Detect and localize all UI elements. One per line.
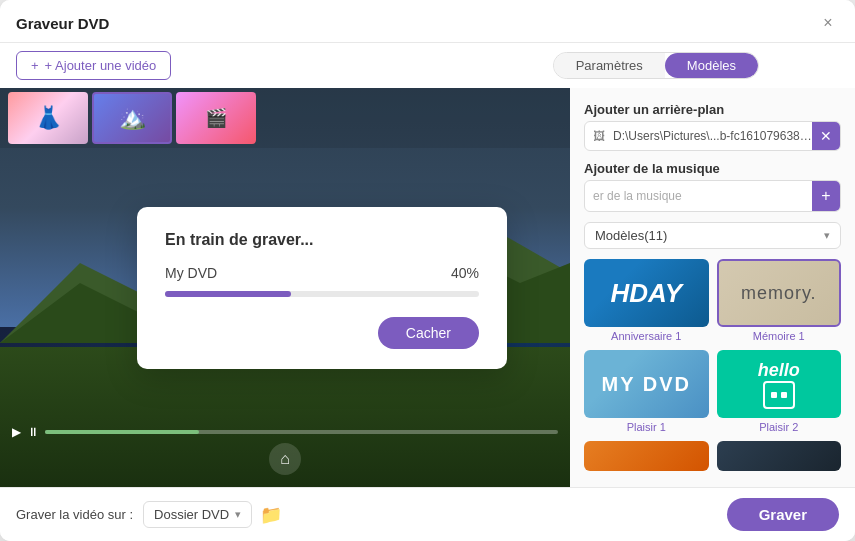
- model-thumb-partial1: [584, 441, 709, 471]
- models-dropdown-label: Modèles(11): [595, 228, 667, 243]
- burning-item-name: My DVD: [165, 265, 217, 281]
- hide-button[interactable]: Cacher: [378, 317, 479, 349]
- bg-input-row: 🖼 D:\Users\Pictures\...b-fc1610796382.jp…: [584, 121, 841, 151]
- pause-icon[interactable]: ⏸: [27, 425, 39, 439]
- music-placeholder: er de la musique: [585, 183, 812, 209]
- tab-modeles[interactable]: Modèles: [665, 53, 758, 78]
- toolbar: + + Ajouter une vidéo Paramètres Modèles: [0, 43, 855, 88]
- anniversaire1-text: HDAY: [610, 278, 682, 309]
- memoire1-label: Mémoire 1: [753, 330, 805, 342]
- burning-title: En train de graver...: [165, 231, 479, 249]
- model-thumb-plaisir1: MY DVD: [584, 350, 709, 418]
- progress-fill: [45, 430, 199, 434]
- close-button[interactable]: ×: [817, 12, 839, 34]
- add-plus-icon: +: [821, 187, 830, 205]
- burn-progress-fill: [165, 291, 291, 297]
- bottom-bar: Graver la vidéo sur : Dossier DVD ▾ 📁 Gr…: [0, 487, 855, 541]
- thumbnail-1[interactable]: 👗: [8, 92, 88, 144]
- folder-option-label: Dossier DVD: [154, 507, 229, 522]
- burning-item: My DVD 40%: [165, 265, 479, 281]
- image-icon: 🖼: [585, 123, 613, 149]
- plaisir1-text: MY DVD: [602, 373, 691, 396]
- bg-section: Ajouter un arrière-plan 🖼 D:\Users\Pictu…: [584, 102, 841, 151]
- chevron-down-icon: ▾: [824, 229, 830, 242]
- plaisir2-label: Plaisir 2: [759, 421, 798, 433]
- anniversaire1-label: Anniversaire 1: [611, 330, 681, 342]
- hello-box: hello: [758, 360, 800, 409]
- right-panel: Ajouter un arrière-plan 🖼 D:\Users\Pictu…: [570, 88, 855, 487]
- model-thumb-plaisir2: hello: [717, 350, 842, 418]
- home-icon-wrap: ⌂: [269, 443, 301, 475]
- close-icon: ×: [823, 14, 832, 32]
- model-item-plaisir1[interactable]: MY DVD Plaisir 1: [584, 350, 709, 433]
- robot-eye-left: [771, 392, 777, 398]
- titlebar: Graveur DVD ×: [0, 0, 855, 43]
- home-icon: ⌂: [280, 450, 290, 468]
- model-thumb-partial2: [717, 441, 842, 471]
- burn-label: Graver la vidéo sur :: [16, 507, 133, 522]
- model-item-partial1[interactable]: [584, 441, 709, 471]
- select-arrow-icon: ▾: [235, 508, 241, 521]
- bg-file-path: D:\Users\Pictures\...b-fc1610796382.jpg: [613, 123, 812, 149]
- tab-parametres-label: Paramètres: [576, 58, 643, 73]
- play-controls: ▶ ⏸: [12, 425, 558, 439]
- music-input-row: er de la musique +: [584, 180, 841, 212]
- tab-modeles-label: Modèles: [687, 58, 736, 73]
- thumbnail-2[interactable]: 🏔️: [92, 92, 172, 144]
- window-title: Graveur DVD: [16, 15, 817, 32]
- model-thumb-memoire1: memory.: [717, 259, 842, 327]
- music-section-label: Ajouter de la musique: [584, 161, 841, 176]
- play-button[interactable]: ▶: [12, 425, 21, 439]
- add-video-button[interactable]: + + Ajouter une vidéo: [16, 51, 171, 80]
- add-video-label: + Ajouter une vidéo: [45, 58, 157, 73]
- model-item-partial2[interactable]: [717, 441, 842, 471]
- burn-progress-bar: [165, 291, 479, 297]
- music-section: Ajouter de la musique er de la musique +: [584, 161, 841, 212]
- memoire1-text: memory.: [741, 283, 817, 304]
- bg-clear-button[interactable]: ✕: [812, 122, 840, 150]
- bg-section-label: Ajouter un arrière-plan: [584, 102, 841, 117]
- music-add-button[interactable]: +: [812, 181, 840, 211]
- main-window: Graveur DVD × + + Ajouter une vidéo Para…: [0, 0, 855, 541]
- model-item-anniversaire1[interactable]: HDAY Anniversaire 1: [584, 259, 709, 342]
- folder-icon: 📁: [260, 505, 282, 525]
- plaisir1-label: Plaisir 1: [627, 421, 666, 433]
- models-grid: HDAY Anniversaire 1 memory. Mémoire 1 MY…: [584, 259, 841, 471]
- tab-parametres[interactable]: Paramètres: [554, 53, 665, 78]
- folder-select[interactable]: Dossier DVD ▾: [143, 501, 252, 528]
- model-thumb-anniversaire1: HDAY: [584, 259, 709, 327]
- robot-face: [763, 381, 795, 409]
- model-item-plaisir2[interactable]: hello Plaisir 2: [717, 350, 842, 433]
- robot-eye-right: [781, 392, 787, 398]
- preview-area: 👗 🏔️ 🎬 ▶ ⏸: [0, 88, 570, 487]
- thumbnail-3[interactable]: 🎬: [176, 92, 256, 144]
- thumbnail-strip: 👗 🏔️ 🎬: [0, 88, 570, 148]
- progress-bar[interactable]: [45, 430, 558, 434]
- graver-button[interactable]: Graver: [727, 498, 839, 531]
- folder-browse-button[interactable]: 📁: [260, 504, 282, 526]
- x-icon: ✕: [820, 128, 832, 144]
- burning-dialog: En train de graver... My DVD 40% Cacher: [137, 207, 507, 369]
- burning-percent: 40%: [451, 265, 479, 281]
- model-item-memoire1[interactable]: memory. Mémoire 1: [717, 259, 842, 342]
- plus-icon: +: [31, 58, 39, 73]
- playback-bar: ▶ ⏸: [12, 425, 558, 439]
- tab-group: Paramètres Modèles: [553, 52, 759, 79]
- hello-text: hello: [758, 360, 800, 381]
- main-content: 👗 🏔️ 🎬 ▶ ⏸: [0, 88, 855, 487]
- models-dropdown[interactable]: Modèles(11) ▾: [584, 222, 841, 249]
